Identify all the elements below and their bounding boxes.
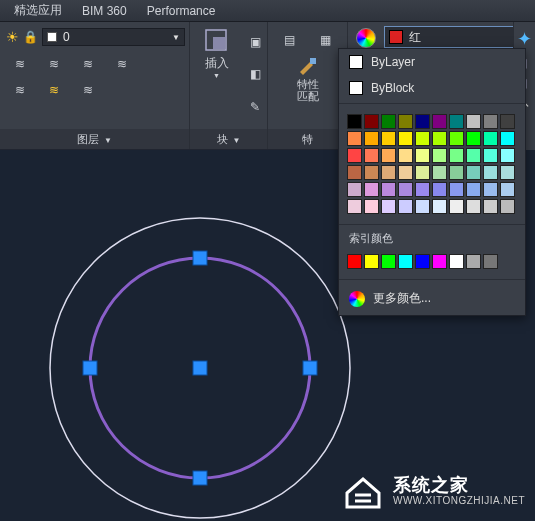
color-swatch[interactable] bbox=[432, 148, 447, 163]
color-swatch[interactable] bbox=[449, 131, 464, 146]
color-swatch[interactable] bbox=[415, 199, 430, 214]
color-swatch[interactable] bbox=[483, 148, 498, 163]
color-swatch[interactable] bbox=[398, 165, 413, 180]
color-swatch[interactable] bbox=[466, 148, 481, 163]
more-colors[interactable]: 更多颜色... bbox=[339, 282, 525, 315]
color-bylayer[interactable]: ByLayer bbox=[339, 49, 525, 75]
layer-tool-4[interactable]: ≋ bbox=[106, 52, 138, 76]
color-swatch[interactable] bbox=[466, 114, 481, 129]
layer-combo[interactable]: 0 ▼ bbox=[42, 28, 185, 46]
color-swatch[interactable] bbox=[398, 182, 413, 197]
color-swatch[interactable] bbox=[500, 165, 515, 180]
color-swatch[interactable] bbox=[500, 182, 515, 197]
color-swatch[interactable] bbox=[415, 182, 430, 197]
block-tool-1[interactable]: ▣ bbox=[239, 30, 271, 54]
index-swatch[interactable] bbox=[483, 254, 498, 269]
color-swatch[interactable] bbox=[432, 165, 447, 180]
color-swatch[interactable] bbox=[347, 131, 362, 146]
tab-featured[interactable]: 精选应用 bbox=[4, 0, 72, 21]
color-swatch[interactable] bbox=[466, 131, 481, 146]
color-swatch[interactable] bbox=[432, 114, 447, 129]
layer-tool-1[interactable]: ≋ bbox=[4, 52, 36, 76]
grip-south[interactable] bbox=[193, 471, 207, 485]
grip-center[interactable] bbox=[193, 361, 207, 375]
color-swatch[interactable] bbox=[364, 131, 379, 146]
block-tool-3[interactable]: ✎ bbox=[239, 95, 271, 119]
color-swatch[interactable] bbox=[483, 199, 498, 214]
color-swatch[interactable] bbox=[347, 148, 362, 163]
color-swatch[interactable] bbox=[432, 131, 447, 146]
panel-blocks-title[interactable]: 块 ▼ bbox=[190, 129, 267, 149]
index-swatch[interactable] bbox=[432, 254, 447, 269]
color-swatch[interactable] bbox=[483, 165, 498, 180]
panel-layers-title[interactable]: 图层 ▼ bbox=[0, 129, 189, 149]
color-swatch[interactable] bbox=[449, 114, 464, 129]
color-swatch[interactable] bbox=[347, 165, 362, 180]
grip-north[interactable] bbox=[193, 251, 207, 265]
color-swatch[interactable] bbox=[466, 165, 481, 180]
tab-bim360[interactable]: BIM 360 bbox=[72, 2, 137, 20]
color-swatch[interactable] bbox=[364, 199, 379, 214]
grip-west[interactable] bbox=[83, 361, 97, 375]
grip-east[interactable] bbox=[303, 361, 317, 375]
color-combo[interactable]: 红 ▼ bbox=[384, 26, 528, 48]
color-swatch[interactable] bbox=[483, 182, 498, 197]
color-byblock[interactable]: ByBlock bbox=[339, 75, 525, 101]
colorwheel-icon[interactable] bbox=[356, 28, 376, 48]
color-swatch[interactable] bbox=[364, 114, 379, 129]
color-swatch[interactable] bbox=[381, 148, 396, 163]
color-swatch[interactable] bbox=[415, 114, 430, 129]
color-swatch[interactable] bbox=[398, 199, 413, 214]
color-swatch[interactable] bbox=[381, 114, 396, 129]
layer-tool-2[interactable]: ≋ bbox=[38, 52, 70, 76]
color-swatch[interactable] bbox=[398, 148, 413, 163]
color-swatch[interactable] bbox=[432, 199, 447, 214]
color-swatch[interactable] bbox=[449, 148, 464, 163]
index-swatch[interactable] bbox=[398, 254, 413, 269]
color-swatch[interactable] bbox=[432, 182, 447, 197]
layer-tool-3[interactable]: ≋ bbox=[72, 52, 104, 76]
prop-tool-1[interactable]: ▤ bbox=[274, 28, 306, 52]
color-swatch[interactable] bbox=[500, 199, 515, 214]
match-properties-button[interactable]: 特性 匹配 bbox=[281, 54, 335, 102]
color-swatch[interactable] bbox=[398, 131, 413, 146]
index-swatch[interactable] bbox=[347, 254, 362, 269]
color-swatch[interactable] bbox=[347, 199, 362, 214]
color-swatch[interactable] bbox=[483, 114, 498, 129]
index-swatch[interactable] bbox=[466, 254, 481, 269]
index-swatch[interactable] bbox=[364, 254, 379, 269]
prop-tool-2[interactable]: ▦ bbox=[310, 28, 342, 52]
color-swatch[interactable] bbox=[347, 114, 362, 129]
index-swatch[interactable] bbox=[381, 254, 396, 269]
color-swatch[interactable] bbox=[466, 199, 481, 214]
color-swatch[interactable] bbox=[381, 131, 396, 146]
block-tool-2[interactable]: ◧ bbox=[239, 62, 271, 86]
color-swatch[interactable] bbox=[466, 182, 481, 197]
insert-button[interactable]: 插入 ▼ bbox=[194, 26, 239, 80]
index-swatch[interactable] bbox=[415, 254, 430, 269]
color-swatch[interactable] bbox=[449, 182, 464, 197]
color-swatch[interactable] bbox=[500, 131, 515, 146]
color-swatch[interactable] bbox=[415, 148, 430, 163]
layer-tool-6[interactable]: ≋ bbox=[38, 78, 70, 102]
color-swatch[interactable] bbox=[364, 182, 379, 197]
color-swatch[interactable] bbox=[381, 182, 396, 197]
color-swatch[interactable] bbox=[364, 165, 379, 180]
panel-props-title[interactable]: 特 bbox=[268, 129, 347, 149]
tab-performance[interactable]: Performance bbox=[137, 2, 226, 20]
color-swatch[interactable] bbox=[398, 114, 413, 129]
layer-tool-5[interactable]: ≋ bbox=[4, 78, 36, 102]
color-swatch[interactable] bbox=[381, 199, 396, 214]
color-swatch[interactable] bbox=[500, 114, 515, 129]
color-swatch[interactable] bbox=[483, 131, 498, 146]
color-swatch[interactable] bbox=[449, 165, 464, 180]
color-swatch[interactable] bbox=[364, 148, 379, 163]
index-swatch[interactable] bbox=[449, 254, 464, 269]
color-swatch[interactable] bbox=[347, 182, 362, 197]
color-swatch[interactable] bbox=[500, 148, 515, 163]
color-swatch[interactable] bbox=[449, 199, 464, 214]
layer-tool-7[interactable]: ≋ bbox=[72, 78, 104, 102]
star-icon[interactable]: ✦ bbox=[517, 28, 532, 50]
color-swatch[interactable] bbox=[381, 165, 396, 180]
color-swatch[interactable] bbox=[415, 131, 430, 146]
